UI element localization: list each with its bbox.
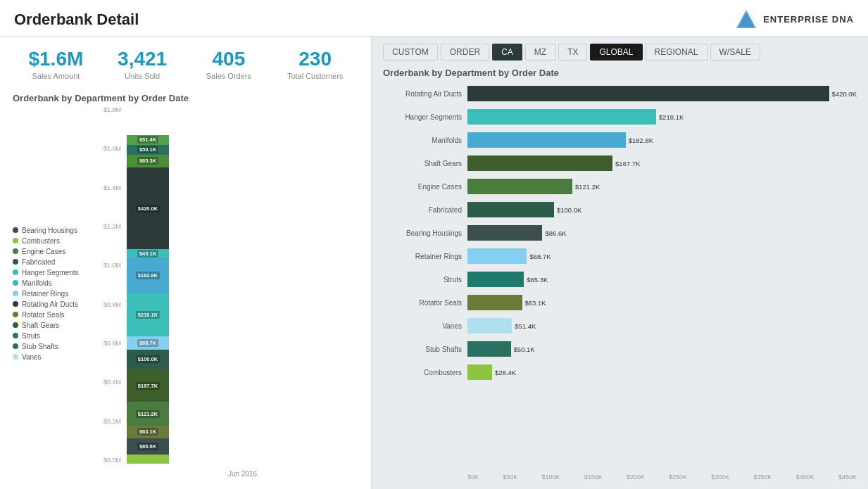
left-bar-chart: $1.8M$1.6M$1.4M$1.2M$1.0M$0.8M$0.6M$0.4M…: [97, 106, 358, 481]
hbar-track: $182.8K: [467, 132, 857, 148]
legend-label: Vanes: [22, 353, 42, 361]
kpi-value-orders: 405: [186, 48, 272, 70]
hbar-row: Retainer Rings$68.7K: [383, 246, 857, 266]
hbar-value-label: $182.8K: [629, 136, 653, 144]
logo-area: ENTERPRISE DNA: [735, 8, 854, 31]
filter-button-w-sale[interactable]: W/SALE: [710, 44, 760, 61]
hbar-value-label: $218.1K: [659, 113, 684, 121]
legend-label: Engine Cases: [22, 248, 65, 255]
filter-button-global[interactable]: GLOBAL: [590, 44, 642, 61]
x-axis-bottom: $0K$50K$100K$150K$200K$250K$300K$350K$40…: [383, 474, 857, 481]
kpi-units-sold: 3,421 Units Sold: [99, 48, 186, 80]
right-chart-inner: Rotating Air Ducts$420.0KHanger Segments…: [383, 84, 857, 471]
filter-button-custom[interactable]: CUSTOM: [383, 44, 438, 61]
filter-button-ca[interactable]: CA: [492, 44, 522, 61]
x-axis-label: $350K: [754, 474, 772, 481]
legend-dot: [13, 333, 18, 338]
page-title: Orderbank Detail: [14, 11, 139, 29]
filter-button-mz[interactable]: MZ: [525, 44, 555, 61]
bar-segment: $218.1K: [127, 293, 169, 336]
legend-dot: [13, 301, 18, 307]
legend-label: Shaft Gears: [22, 322, 59, 329]
legend-dot: [13, 227, 18, 233]
chart-inner: Bearing HousingsCombustersEngine CasesFa…: [13, 106, 358, 481]
bar-segment: $121.2K: [127, 402, 169, 426]
right-bar-chart: Rotating Air Ducts$420.0KHanger Segments…: [383, 84, 857, 481]
hbar-value-label: $28.4K: [495, 369, 516, 376]
hbar-fill: [467, 295, 522, 310]
svg-marker-1: [738, 13, 754, 27]
main-content: $1.6M Sales Amount 3,421 Units Sold 405 …: [0, 37, 868, 489]
bar-segment: $420.0K: [127, 167, 169, 250]
hbar-value-label: $86.6K: [545, 229, 566, 237]
hbar-fill: [467, 109, 656, 125]
legend-item: Manifolds: [13, 279, 92, 287]
legend-dot: [13, 312, 18, 317]
hbar-label: Fabricated: [383, 206, 467, 214]
bar-segment: $68.7K: [127, 336, 169, 350]
hbar-row: Stub Shafts$50.1K: [383, 339, 857, 359]
bar-segment: $167.7K: [127, 369, 169, 402]
kpi-sales-orders: 405 Sales Orders: [186, 48, 272, 80]
y-axis-label: $0.2M: [103, 418, 121, 425]
left-panel: $1.6M Sales Amount 3,421 Units Sold 405 …: [0, 37, 372, 489]
hbar-row: Rotating Air Ducts$420.0K: [383, 84, 857, 103]
y-axis-label: $0.6M: [103, 340, 121, 347]
hbar-track: $121.2K: [467, 179, 857, 194]
legend-label: Hanger Segments: [22, 269, 79, 277]
x-axis-label: $450K: [838, 474, 857, 481]
bar-segment-label: $50.1K: [137, 146, 158, 153]
hbar-fill: [467, 364, 492, 380]
x-axis-label: $250K: [669, 474, 687, 481]
kpi-sales-amount: $1.6M Sales Amount: [13, 48, 99, 80]
hbar-row: Struts$65.3K: [383, 269, 857, 289]
filter-button-regional[interactable]: REGIONAL: [646, 44, 707, 61]
hbar-label: Hanger Segments: [383, 113, 467, 121]
hbar-track: $218.1K: [467, 109, 857, 125]
x-axis-label: $100K: [541, 474, 560, 481]
x-axis-label: $400K: [796, 474, 814, 481]
bar-segment: $43.1K: [127, 249, 169, 258]
legend-label: Combusters: [22, 237, 60, 245]
legend-dot: [13, 322, 18, 328]
hbar-label: Manifolds: [383, 136, 467, 144]
filter-button-tx[interactable]: TX: [558, 44, 587, 61]
bar-segment-label: $51.4K: [137, 136, 158, 144]
header: Orderbank Detail ENTERPRISE DNA: [0, 0, 868, 37]
legend-item: Vanes: [13, 353, 92, 361]
bar-segment-label: $218.1K: [136, 311, 160, 319]
hbar-fill: [467, 155, 612, 171]
hbar-value-label: $63.1K: [525, 299, 546, 307]
bar-segment-label: $182.8K: [136, 272, 160, 279]
legend-dot: [13, 248, 18, 254]
legend-item: Fabricated: [13, 258, 92, 266]
hbar-label: Bearing Housings: [383, 229, 467, 237]
hbar-value-label: $100.0K: [557, 206, 581, 214]
kpi-value-sales: $1.6M: [13, 48, 99, 70]
hbar-fill: [467, 202, 554, 217]
hbar-track: $50.1K: [467, 341, 857, 357]
legend-item: Retainer Rings: [13, 290, 92, 298]
hbar-value-label: $68.7K: [529, 253, 551, 260]
hbar-track: $65.3K: [467, 272, 857, 287]
hbar-track: $68.7K: [467, 248, 857, 264]
hbar-value-label: $51.4K: [515, 322, 536, 330]
hbar-label: Stub Shafts: [383, 345, 467, 353]
y-axis-label: $0.4M: [103, 379, 121, 386]
kpi-label-units: Units Sold: [99, 72, 186, 80]
hbar-label: Engine Cases: [383, 183, 467, 191]
hbar-fill: [467, 86, 829, 101]
bar-segment: $86.6K: [127, 438, 169, 455]
hbar-row: Hanger Segments$218.1K: [383, 107, 857, 127]
legend-dot: [13, 354, 18, 360]
y-axis-label: $0.0M: [103, 457, 121, 464]
hbar-row: Shaft Gears$167.7K: [383, 153, 857, 173]
hbar-track: $86.6K: [467, 225, 857, 241]
hbar-label: Rotator Seals: [383, 299, 467, 307]
legend-item: Engine Cases: [13, 248, 92, 255]
hbar-value-label: $420.0K: [832, 90, 857, 98]
bar-segment-label: $167.7K: [136, 382, 160, 390]
hbar-label: Struts: [383, 276, 467, 284]
filter-button-order[interactable]: ORDER: [441, 44, 489, 61]
legend-dot: [13, 269, 18, 275]
